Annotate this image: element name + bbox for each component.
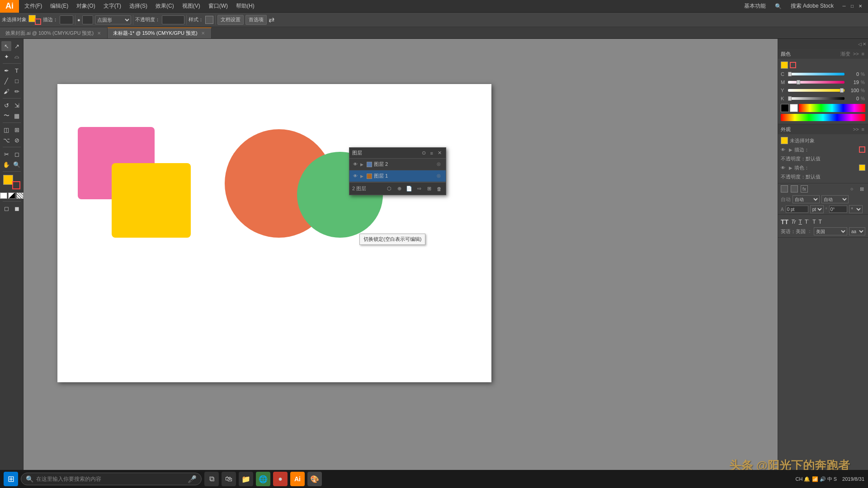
taskbar-task-view[interactable]: ⧉ [204,472,219,486]
search-bar[interactable]: 🔍 在这里输入你要搜索的内容 🎤 [21,473,202,485]
layers-panel-menu[interactable]: ≡ [429,150,434,156]
color-panel-menu[interactable]: ≡ [861,51,865,56]
toolbar-stroke-swatch[interactable] [35,19,41,25]
type-aa-select[interactable]: aa [849,227,865,235]
app-fill-chevron[interactable]: ▶ [789,165,793,170]
app-angle-select[interactable]: ° [849,205,863,213]
warp-tool[interactable]: 〜 [1,111,11,121]
menu-view[interactable]: 视图(V) [179,1,204,11]
layer-row-2[interactable]: 👁 ▶ 图层 2 ◎ [349,159,446,170]
color-stroke-indicator[interactable] [790,62,796,68]
app-stroke-swatch[interactable] [859,146,865,153]
app-stroke-chevron[interactable]: ▶ [789,147,793,152]
app-fill-swatch[interactable] [859,164,865,171]
taskbar-store[interactable]: 🛍 [222,472,236,486]
cmyk-c-track[interactable] [788,73,844,75]
layer-2-eye[interactable]: 👁 [352,161,359,168]
taskbar-app2[interactable]: ● [273,472,288,486]
layer-1-arrow[interactable]: ▶ [360,174,365,178]
eyedropper-tool[interactable]: ⊘ [12,135,22,145]
app-pt-select[interactable]: pt [810,205,824,213]
app-bi-fill[interactable] [781,185,788,192]
rp-close[interactable]: ✕ [863,42,866,47]
selection-tool[interactable]: ↖ [1,41,11,51]
menu-effect[interactable]: 效果(C) [152,1,178,11]
app-auto-select[interactable]: 自动 [793,195,820,203]
cmyk-k-track[interactable] [788,97,844,100]
new-sublayer[interactable]: ⊕ [395,185,403,193]
cmyk-m-track[interactable] [788,81,844,84]
menu-file[interactable]: 文件(F) [21,1,46,11]
menu-edit[interactable]: 编辑(E) [47,1,72,11]
type-lang-select[interactable]: 美国 [814,227,847,235]
opacity-input[interactable]: 100% [162,15,184,24]
shape-yellow-rect[interactable] [112,163,191,238]
point-count-input[interactable]: 5 [82,15,93,24]
tab-0-close[interactable]: ✕ [96,31,102,36]
type-ts[interactable]: T˙ [805,219,810,225]
type-tool[interactable]: T [12,66,22,75]
graph-tool[interactable]: ▦ [12,111,22,121]
layer-2-arrow[interactable]: ▶ [360,162,365,167]
close-button[interactable]: ✕ [856,2,864,10]
hand-tool[interactable]: ✋ [1,160,11,169]
appearance-menu[interactable]: ≡ [861,127,865,132]
gradient-tool[interactable]: ◫ [1,125,11,135]
taskbar-app3[interactable]: 🎨 [307,472,322,486]
rp-dock-left[interactable]: ◁ [858,42,862,47]
eraser-tool[interactable]: ◻ [12,149,22,159]
scale-tool[interactable]: ⇲ [12,100,22,110]
spectrum-bar[interactable] [799,104,865,112]
tab-0[interactable]: 效果封面.ai @ 100% (CMYK/GPU 预览) ✕ [0,28,108,38]
layer-1-target[interactable]: ◎ [437,173,443,179]
app-bi-trash[interactable]: ⊠ [858,185,865,192]
search-mic-icon[interactable]: 🎤 [188,475,197,483]
fill-color[interactable] [3,175,13,185]
taskbar-explorer[interactable]: 📁 [239,472,253,486]
none-mode[interactable] [16,192,24,199]
full-spectrum-bar[interactable] [781,114,865,121]
delete-layer[interactable]: 🗑 [435,185,443,193]
app-bi-fx[interactable]: fx [801,185,808,192]
minimize-button[interactable]: ─ [840,2,848,10]
shape-tool[interactable]: □ [12,76,22,86]
menu-type[interactable]: 文字(T) [100,1,125,11]
blend-tool[interactable]: ⌥ [1,135,11,145]
type-tu[interactable]: T [799,219,802,225]
appearance-expand[interactable]: >> [852,127,860,132]
type-tr[interactable]: Tr [791,219,796,225]
taskbar-app1[interactable]: 🌐 [256,472,270,486]
cmyk-y-track[interactable] [788,89,844,92]
pencil-tool[interactable]: ✏ [12,86,22,96]
app-fill-eye[interactable]: 👁 [781,165,787,170]
cmyk-k-thumb[interactable] [788,96,792,101]
mesh-tool[interactable]: ⊞ [12,125,22,135]
paintbrush-tool[interactable]: 🖌 [1,86,11,96]
layers-panel-close[interactable]: ✕ [436,150,443,156]
pen-tool[interactable]: ✒ [1,66,11,75]
magic-wand-tool[interactable]: ✦ [1,52,11,61]
menu-object[interactable]: 对象(O) [73,1,99,11]
maximize-button[interactable]: □ [848,2,856,10]
screen-mode-2[interactable]: ◼ [12,203,22,213]
style-swatch[interactable] [205,16,213,24]
transform-icon[interactable]: ⇄ [269,15,274,24]
app-pt-input[interactable] [786,206,808,213]
line-tool[interactable]: ╱ [1,76,11,86]
first-option-button[interactable]: 首选项 [245,15,267,25]
type-tt[interactable]: TT [781,218,788,225]
color-panel-expand[interactable]: >> [852,51,860,56]
appearance-panel-header[interactable]: 外观 >> ≡ [778,124,868,134]
cmyk-c-thumb[interactable] [788,72,792,76]
gradient-mode[interactable] [8,192,15,199]
taskbar-ai[interactable]: Ai [290,472,305,486]
move-selection[interactable]: ⇨ [415,185,423,193]
type-t2[interactable]: T [819,219,822,225]
app-bi-eye[interactable]: ○ [848,185,855,192]
new-layer[interactable]: 📄 [405,185,413,193]
search-stock-label[interactable]: 搜索 Adobe Stock [788,1,836,11]
doc-settings-button[interactable]: 文档设置 [217,15,244,25]
white-swatch[interactable] [790,104,798,112]
layer-2-target[interactable]: ◎ [437,161,443,168]
app-stroke-eye[interactable]: 👁 [781,147,787,152]
